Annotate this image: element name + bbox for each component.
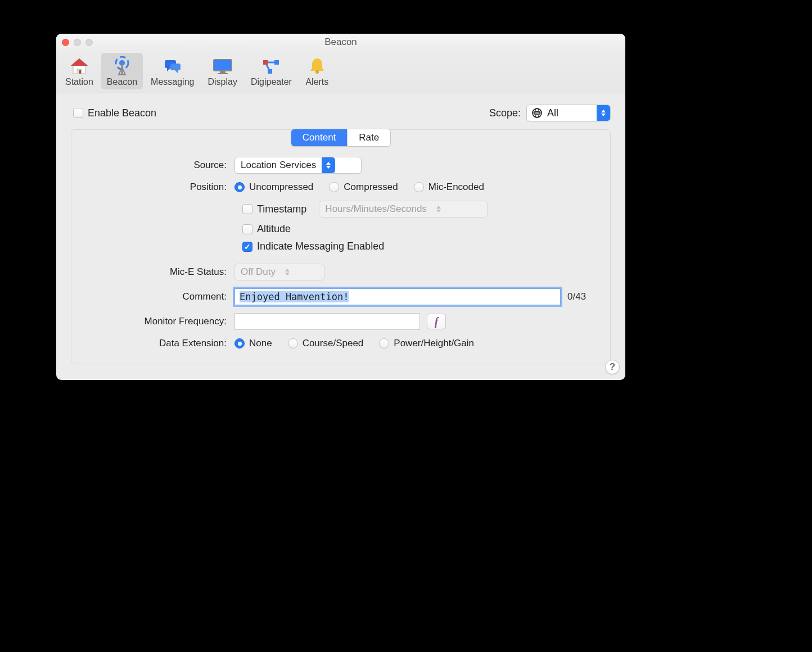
radio-label: Mic-Encoded [428, 182, 484, 193]
scope-select[interactable]: All [526, 105, 611, 121]
enable-beacon-checkbox[interactable]: Enable Beacon [73, 107, 156, 119]
comment-label: Comment: [83, 291, 234, 302]
preferences-toolbar: Station Beacon M [56, 51, 625, 93]
tab-alerts[interactable]: Alerts [300, 53, 335, 89]
svg-marker-1 [71, 58, 88, 66]
monitor-input[interactable] [234, 313, 420, 330]
scope-value: All [543, 107, 597, 119]
checkbox-icon [242, 224, 252, 234]
monitor-label: Monitor Frequency: [83, 316, 234, 327]
function-icon: f [435, 315, 439, 328]
scope-label: Scope: [489, 107, 521, 119]
svg-rect-11 [214, 60, 232, 71]
svg-rect-18 [268, 69, 272, 74]
house-icon [69, 56, 90, 75]
timestamp-checkbox[interactable]: Timestamp [242, 203, 306, 215]
preferences-window: Beacon Station Beacon [56, 34, 625, 380]
checkbox-icon [242, 242, 252, 252]
radio-icon [234, 182, 245, 192]
segment-content[interactable]: Content [291, 129, 348, 146]
data-ext-course-radio[interactable]: Course/Speed [288, 338, 364, 349]
radio-icon [329, 182, 339, 192]
timestamp-label: Timestamp [257, 203, 306, 215]
globe-icon [531, 107, 543, 119]
select-arrows-icon [432, 201, 445, 217]
source-select[interactable]: Location Services [234, 157, 362, 174]
frequency-function-button[interactable]: f [427, 314, 446, 329]
radio-icon [379, 338, 389, 348]
tab-label: Station [65, 77, 93, 87]
checkbox-icon [242, 204, 252, 214]
select-arrows-icon [281, 264, 294, 280]
altitude-label: Altitude [257, 223, 291, 235]
content-area: Enable Beacon Scope: All [56, 93, 625, 380]
source-value: Location Services [241, 160, 322, 171]
svg-rect-17 [274, 60, 279, 65]
position-compressed-radio[interactable]: Compressed [329, 182, 398, 193]
messaging-checkbox[interactable]: Indicate Messaging Enabled [242, 241, 599, 252]
position-label: Position: [83, 182, 234, 193]
svg-rect-12 [220, 71, 225, 73]
tab-beacon[interactable]: Beacon [101, 53, 143, 89]
radio-label: Course/Speed [303, 338, 364, 349]
data-ext-label: Data Extension: [83, 338, 234, 349]
comment-input[interactable]: Enjoyed Hamvention! [234, 288, 561, 305]
radio-label: Power/Height/Gain [394, 338, 474, 349]
tab-label: Digipeater [251, 77, 292, 87]
tab-label: Alerts [305, 77, 328, 87]
checkbox-icon [73, 108, 83, 118]
tab-label: Beacon [107, 77, 137, 87]
content-rate-segment: Content Rate [291, 129, 391, 147]
help-button[interactable]: ? [605, 360, 620, 374]
network-icon [260, 56, 282, 75]
radio-label: Compressed [344, 182, 398, 193]
chat-icon [162, 56, 183, 75]
svg-rect-13 [218, 73, 228, 74]
position-mic-radio[interactable]: Mic-Encoded [414, 182, 484, 193]
titlebar: Beacon [56, 34, 625, 51]
bell-icon [306, 56, 328, 75]
select-arrows-icon [322, 157, 335, 173]
timestamp-format-select: Hours/Minutes/Seconds [319, 201, 488, 218]
enable-beacon-label: Enable Beacon [88, 107, 156, 119]
svg-rect-2 [79, 70, 81, 74]
radio-label: None [249, 338, 272, 349]
data-ext-none-radio[interactable]: None [234, 338, 272, 349]
position-uncompressed-radio[interactable]: Uncompressed [234, 182, 313, 193]
data-ext-phg-radio[interactable]: Power/Height/Gain [379, 338, 474, 349]
source-label: Source: [83, 160, 234, 171]
tab-messaging[interactable]: Messaging [145, 53, 200, 89]
antenna-icon [111, 56, 133, 75]
tab-display[interactable]: Display [202, 53, 242, 89]
svg-rect-16 [263, 60, 268, 65]
tab-station[interactable]: Station [60, 53, 99, 89]
tab-label: Display [207, 77, 237, 87]
mic-status-value: Off Duty [241, 266, 281, 278]
question-icon: ? [610, 361, 615, 373]
mic-status-label: Mic-E Status: [83, 266, 234, 278]
settings-panel: Content Rate Source: Location Services P… [71, 129, 611, 364]
tab-label: Messaging [151, 77, 194, 87]
select-arrows-icon [597, 105, 610, 121]
altitude-checkbox[interactable]: Altitude [242, 223, 599, 235]
svg-point-19 [315, 70, 319, 74]
svg-rect-9 [170, 64, 181, 70]
radio-icon [288, 338, 298, 348]
timestamp-format-value: Hours/Minutes/Seconds [325, 203, 432, 215]
radio-icon [414, 182, 424, 192]
comment-value: Enjoyed Hamvention! [240, 291, 349, 302]
comment-counter: 0/43 [567, 291, 586, 302]
radio-label: Uncompressed [249, 182, 313, 193]
radio-icon [234, 338, 245, 348]
monitor-icon [212, 56, 233, 75]
messaging-label: Indicate Messaging Enabled [257, 241, 384, 252]
tab-digipeater[interactable]: Digipeater [245, 53, 297, 89]
window-title: Beacon [56, 37, 625, 48]
segment-rate[interactable]: Rate [347, 129, 390, 146]
mic-status-select: Off Duty [234, 264, 324, 280]
